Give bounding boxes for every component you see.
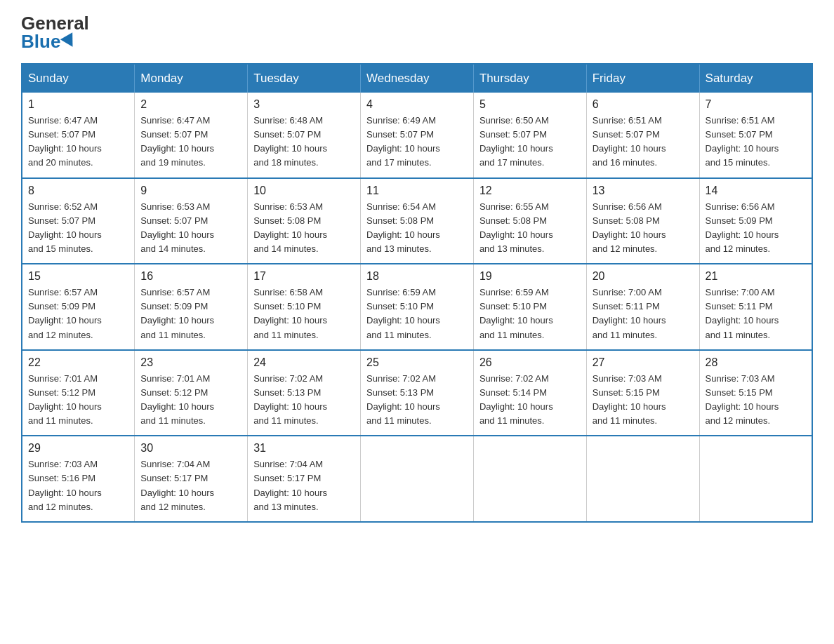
day-number: 8 xyxy=(28,185,128,197)
calendar-cell: 10Sunrise: 6:53 AMSunset: 5:08 PMDayligh… xyxy=(248,178,361,264)
page-header: General Blue xyxy=(21,14,813,51)
day-number: 17 xyxy=(253,270,355,283)
calendar-week-row: 8Sunrise: 6:52 AMSunset: 5:07 PMDaylight… xyxy=(22,178,812,264)
day-number: 15 xyxy=(28,270,128,283)
day-number: 10 xyxy=(253,185,355,197)
calendar-cell: 5Sunrise: 6:50 AMSunset: 5:07 PMDaylight… xyxy=(473,93,586,178)
logo-blue-text: Blue xyxy=(21,32,77,51)
day-number: 5 xyxy=(479,98,581,111)
day-info: Sunrise: 6:59 AMSunset: 5:10 PMDaylight:… xyxy=(366,286,468,342)
day-number: 11 xyxy=(366,185,468,197)
day-info: Sunrise: 6:52 AMSunset: 5:07 PMDaylight:… xyxy=(28,200,128,257)
calendar-cell: 27Sunrise: 7:03 AMSunset: 5:15 PMDayligh… xyxy=(586,350,699,436)
calendar-cell: 11Sunrise: 6:54 AMSunset: 5:08 PMDayligh… xyxy=(361,178,474,264)
day-info: Sunrise: 7:02 AMSunset: 5:13 PMDaylight:… xyxy=(366,372,468,429)
day-info: Sunrise: 6:57 AMSunset: 5:09 PMDaylight:… xyxy=(140,286,241,342)
calendar-week-row: 15Sunrise: 6:57 AMSunset: 5:09 PMDayligh… xyxy=(22,264,812,350)
day-info: Sunrise: 7:03 AMSunset: 5:15 PMDaylight:… xyxy=(706,372,806,429)
header-tuesday: Tuesday xyxy=(248,64,361,93)
day-number: 23 xyxy=(140,356,241,369)
day-number: 28 xyxy=(706,356,806,369)
header-friday: Friday xyxy=(586,64,699,93)
day-info: Sunrise: 7:01 AMSunset: 5:12 PMDaylight:… xyxy=(140,372,241,429)
calendar-cell: 4Sunrise: 6:49 AMSunset: 5:07 PMDaylight… xyxy=(361,93,474,178)
calendar-cell: 29Sunrise: 7:03 AMSunset: 5:16 PMDayligh… xyxy=(22,436,135,522)
day-number: 2 xyxy=(140,98,241,111)
calendar-table: SundayMondayTuesdayWednesdayThursdayFrid… xyxy=(21,63,813,523)
day-info: Sunrise: 6:47 AMSunset: 5:07 PMDaylight:… xyxy=(28,114,128,170)
calendar-cell: 22Sunrise: 7:01 AMSunset: 5:12 PMDayligh… xyxy=(22,350,135,436)
calendar-cell: 3Sunrise: 6:48 AMSunset: 5:07 PMDaylight… xyxy=(248,93,361,178)
day-number: 9 xyxy=(140,185,241,197)
header-thursday: Thursday xyxy=(473,64,586,93)
day-number: 22 xyxy=(28,356,128,369)
calendar-week-row: 29Sunrise: 7:03 AMSunset: 5:16 PMDayligh… xyxy=(22,436,812,522)
day-number: 16 xyxy=(140,270,241,283)
calendar-week-row: 1Sunrise: 6:47 AMSunset: 5:07 PMDaylight… xyxy=(22,93,812,178)
day-number: 19 xyxy=(479,270,581,283)
logo-triangle-icon xyxy=(60,32,79,51)
calendar-cell: 25Sunrise: 7:02 AMSunset: 5:13 PMDayligh… xyxy=(361,350,474,436)
day-number: 24 xyxy=(253,356,355,369)
day-number: 21 xyxy=(706,270,806,283)
day-info: Sunrise: 6:58 AMSunset: 5:10 PMDaylight:… xyxy=(253,286,355,342)
day-info: Sunrise: 6:53 AMSunset: 5:08 PMDaylight:… xyxy=(253,200,355,257)
day-info: Sunrise: 7:02 AMSunset: 5:13 PMDaylight:… xyxy=(253,372,355,429)
calendar-cell: 19Sunrise: 6:59 AMSunset: 5:10 PMDayligh… xyxy=(473,264,586,350)
calendar-cell: 18Sunrise: 6:59 AMSunset: 5:10 PMDayligh… xyxy=(361,264,474,350)
day-number: 29 xyxy=(28,442,128,455)
day-info: Sunrise: 7:02 AMSunset: 5:14 PMDaylight:… xyxy=(479,372,581,429)
day-info: Sunrise: 6:57 AMSunset: 5:09 PMDaylight:… xyxy=(28,286,128,342)
day-info: Sunrise: 7:00 AMSunset: 5:11 PMDaylight:… xyxy=(593,286,694,342)
calendar-cell: 20Sunrise: 7:00 AMSunset: 5:11 PMDayligh… xyxy=(586,264,699,350)
day-info: Sunrise: 7:04 AMSunset: 5:17 PMDaylight:… xyxy=(253,457,355,514)
calendar-cell: 23Sunrise: 7:01 AMSunset: 5:12 PMDayligh… xyxy=(135,350,248,436)
day-number: 31 xyxy=(253,442,355,455)
day-number: 1 xyxy=(28,98,128,111)
calendar-week-row: 22Sunrise: 7:01 AMSunset: 5:12 PMDayligh… xyxy=(22,350,812,436)
day-info: Sunrise: 7:03 AMSunset: 5:16 PMDaylight:… xyxy=(28,457,128,514)
day-number: 4 xyxy=(366,98,468,111)
logo: General Blue xyxy=(21,14,89,51)
day-info: Sunrise: 6:49 AMSunset: 5:07 PMDaylight:… xyxy=(366,114,468,170)
header-sunday: Sunday xyxy=(22,64,135,93)
day-info: Sunrise: 6:53 AMSunset: 5:07 PMDaylight:… xyxy=(140,200,241,257)
day-info: Sunrise: 6:50 AMSunset: 5:07 PMDaylight:… xyxy=(479,114,581,170)
day-info: Sunrise: 6:56 AMSunset: 5:08 PMDaylight:… xyxy=(593,200,694,257)
day-info: Sunrise: 6:51 AMSunset: 5:07 PMDaylight:… xyxy=(706,114,806,170)
calendar-cell xyxy=(361,436,474,522)
calendar-cell: 12Sunrise: 6:55 AMSunset: 5:08 PMDayligh… xyxy=(473,178,586,264)
header-saturday: Saturday xyxy=(699,64,812,93)
day-number: 27 xyxy=(593,356,694,369)
day-info: Sunrise: 7:04 AMSunset: 5:17 PMDaylight:… xyxy=(140,457,241,514)
calendar-cell: 15Sunrise: 6:57 AMSunset: 5:09 PMDayligh… xyxy=(22,264,135,350)
calendar-cell: 31Sunrise: 7:04 AMSunset: 5:17 PMDayligh… xyxy=(248,436,361,522)
day-number: 3 xyxy=(253,98,355,111)
calendar-cell: 9Sunrise: 6:53 AMSunset: 5:07 PMDaylight… xyxy=(135,178,248,264)
calendar-cell: 2Sunrise: 6:47 AMSunset: 5:07 PMDaylight… xyxy=(135,93,248,178)
day-info: Sunrise: 6:55 AMSunset: 5:08 PMDaylight:… xyxy=(479,200,581,257)
day-number: 18 xyxy=(366,270,468,283)
calendar-cell: 16Sunrise: 6:57 AMSunset: 5:09 PMDayligh… xyxy=(135,264,248,350)
logo-general-text: General xyxy=(21,14,89,32)
calendar-cell xyxy=(699,436,812,522)
calendar-cell: 14Sunrise: 6:56 AMSunset: 5:09 PMDayligh… xyxy=(699,178,812,264)
day-number: 14 xyxy=(706,185,806,197)
day-number: 26 xyxy=(479,356,581,369)
day-info: Sunrise: 7:01 AMSunset: 5:12 PMDaylight:… xyxy=(28,372,128,429)
day-number: 7 xyxy=(706,98,806,111)
day-number: 13 xyxy=(593,185,694,197)
calendar-header-row: SundayMondayTuesdayWednesdayThursdayFrid… xyxy=(22,64,812,93)
day-info: Sunrise: 7:03 AMSunset: 5:15 PMDaylight:… xyxy=(593,372,694,429)
calendar-cell: 8Sunrise: 6:52 AMSunset: 5:07 PMDaylight… xyxy=(22,178,135,264)
calendar-cell: 17Sunrise: 6:58 AMSunset: 5:10 PMDayligh… xyxy=(248,264,361,350)
header-monday: Monday xyxy=(135,64,248,93)
calendar-cell: 7Sunrise: 6:51 AMSunset: 5:07 PMDaylight… xyxy=(699,93,812,178)
day-info: Sunrise: 6:59 AMSunset: 5:10 PMDaylight:… xyxy=(479,286,581,342)
calendar-cell xyxy=(473,436,586,522)
calendar-cell: 28Sunrise: 7:03 AMSunset: 5:15 PMDayligh… xyxy=(699,350,812,436)
day-info: Sunrise: 6:48 AMSunset: 5:07 PMDaylight:… xyxy=(253,114,355,170)
day-info: Sunrise: 7:00 AMSunset: 5:11 PMDaylight:… xyxy=(706,286,806,342)
day-number: 30 xyxy=(140,442,241,455)
day-info: Sunrise: 6:47 AMSunset: 5:07 PMDaylight:… xyxy=(140,114,241,170)
